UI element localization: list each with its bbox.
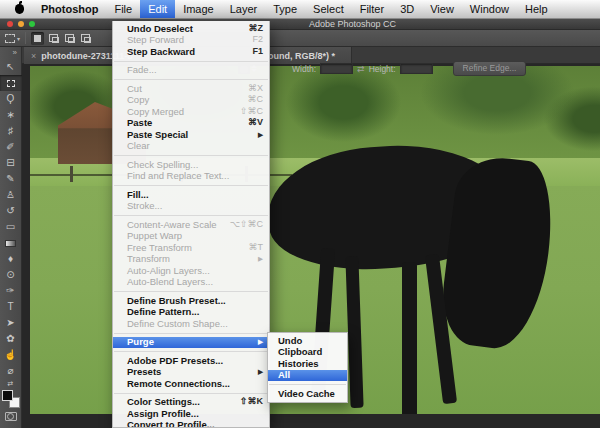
- healing-brush-tool[interactable]: ⊟: [0, 155, 22, 171]
- menu-edit[interactable]: Edit: [140, 0, 175, 18]
- menu-item-stroke[interactable]: Stroke...: [113, 201, 269, 213]
- menu-item-undo-deselect[interactable]: Undo Deselect⌘Z: [113, 23, 269, 35]
- minimize-window-button[interactable]: [18, 21, 24, 27]
- menu-file[interactable]: File: [106, 0, 140, 18]
- chevron-down-icon: ▾: [17, 35, 20, 42]
- marquee-tool[interactable]: [0, 75, 22, 91]
- menu-item-step-backward[interactable]: Step BackwardF1: [113, 46, 269, 58]
- menu-item-purge[interactable]: Purge▶: [113, 337, 269, 349]
- menu-item-auto-align-layers[interactable]: Auto-Align Layers...: [113, 265, 269, 277]
- menu-item-content-aware-scale[interactable]: Content-Aware Scale⌥⇧⌘C: [113, 219, 269, 231]
- eraser-tool[interactable]: ▭: [0, 219, 22, 235]
- width-input[interactable]: [320, 63, 353, 74]
- menu-item-define-pattern[interactable]: Define Pattern...: [113, 307, 269, 319]
- photo-horse-leg: [345, 256, 363, 408]
- link-dimensions-icon[interactable]: ⇄: [357, 64, 365, 74]
- menu-item-transform[interactable]: Transform▶: [113, 254, 269, 266]
- blur-tool[interactable]: ♦: [0, 251, 22, 267]
- new-selection-button[interactable]: [31, 32, 44, 45]
- menu-item-puppet-warp[interactable]: Puppet Warp: [113, 231, 269, 243]
- menu-separator: [114, 351, 268, 352]
- shape-tool[interactable]: ✿: [0, 331, 22, 347]
- color-swatches[interactable]: [2, 390, 20, 408]
- subtract-selection-button[interactable]: [63, 32, 76, 45]
- menu-item-auto-blend-layers[interactable]: Auto-Blend Layers...: [113, 277, 269, 289]
- menu-help[interactable]: Help: [517, 0, 556, 18]
- menu-item-copy-merged[interactable]: Copy Merged⇧⌘C: [113, 106, 269, 118]
- menu-item-find-replace-text[interactable]: Find and Replace Text...: [113, 171, 269, 183]
- subtract-selection-icon: [65, 34, 74, 42]
- menu-type[interactable]: Type: [265, 0, 305, 18]
- menu-item-paste-special[interactable]: Paste Special▶: [113, 129, 269, 141]
- apple-menu-icon[interactable]: [15, 4, 24, 14]
- submenu-item-all[interactable]: All: [268, 370, 347, 382]
- submenu-item-clipboard[interactable]: Clipboard: [268, 347, 347, 359]
- menu-filter[interactable]: Filter: [352, 0, 392, 18]
- history-brush-tool[interactable]: ↺: [0, 203, 22, 219]
- menu-3d[interactable]: 3D: [392, 0, 422, 18]
- menu-image[interactable]: Image: [175, 0, 222, 18]
- menu-item-convert-to-profile[interactable]: Convert to Profile...: [113, 420, 269, 428]
- menu-item-cut[interactable]: Cut⌘X: [113, 83, 269, 95]
- purge-submenu: Undo Clipboard Histories All Video Cache: [267, 332, 348, 403]
- menu-item-fill[interactable]: Fill...: [113, 189, 269, 201]
- move-tool[interactable]: ↖: [0, 59, 22, 75]
- menu-photoshop[interactable]: Photoshop: [33, 0, 106, 18]
- submenu-arrow-icon: ▶: [258, 253, 263, 265]
- menu-item-remote-connections[interactable]: Remote Connections...: [113, 378, 269, 390]
- menu-layer[interactable]: Layer: [222, 0, 266, 18]
- photo-horse-leg: [402, 262, 417, 414]
- menu-separator: [114, 215, 268, 216]
- menu-item-fade[interactable]: Fade...: [113, 65, 269, 77]
- submenu-item-video-cache[interactable]: Video Cache: [268, 388, 347, 400]
- menu-item-paste[interactable]: Paste⌘V: [113, 118, 269, 130]
- refine-edge-button[interactable]: Refine Edge...: [453, 61, 527, 76]
- menu-view[interactable]: View: [422, 0, 462, 18]
- close-window-button[interactable]: [7, 21, 13, 27]
- hand-tool[interactable]: ☝: [0, 347, 22, 363]
- magic-wand-tool[interactable]: ∗: [0, 107, 22, 123]
- menu-window[interactable]: Window: [462, 0, 517, 18]
- menu-item-free-transform[interactable]: Free Transform⌘T: [113, 242, 269, 254]
- height-input[interactable]: [400, 63, 433, 74]
- brush-tool[interactable]: ✎: [0, 171, 22, 187]
- menu-item-assign-profile[interactable]: Assign Profile...: [113, 408, 269, 420]
- submenu-item-histories[interactable]: Histories: [268, 358, 347, 370]
- selection-mode-buttons: [31, 32, 92, 45]
- tools-collapse-chevron[interactable]: »: [13, 47, 17, 59]
- quick-mask-button[interactable]: [5, 412, 17, 421]
- app-title-bar: Adobe Photoshop CC: [0, 19, 600, 30]
- submenu-item-undo[interactable]: Undo: [268, 335, 347, 347]
- menu-item-adobe-pdf-presets[interactable]: Adobe PDF Presets...: [113, 355, 269, 367]
- intersect-selection-button[interactable]: [79, 32, 92, 45]
- dodge-tool[interactable]: ⊙: [0, 267, 22, 283]
- menu-separator: [114, 185, 268, 186]
- menu-item-clear[interactable]: Clear: [113, 141, 269, 153]
- eyedropper-tool[interactable]: ✐: [0, 139, 22, 155]
- add-selection-button[interactable]: [47, 32, 60, 45]
- crop-tool[interactable]: ♯: [0, 123, 22, 139]
- menu-separator: [114, 155, 268, 156]
- menu-select[interactable]: Select: [305, 0, 352, 18]
- swap-colors-icon[interactable]: ⇄: [8, 379, 14, 389]
- foreground-color-swatch[interactable]: [2, 390, 13, 401]
- marquee-preset-icon: [5, 34, 15, 43]
- menu-item-define-custom-shape[interactable]: Define Custom Shape...: [113, 318, 269, 330]
- type-tool[interactable]: T: [0, 299, 22, 315]
- menu-item-define-brush-preset[interactable]: Define Brush Preset...: [113, 295, 269, 307]
- clone-stamp-tool[interactable]: ♙: [0, 187, 22, 203]
- menu-item-check-spelling[interactable]: Check Spelling...: [113, 159, 269, 171]
- menu-separator: [114, 333, 268, 334]
- menu-item-color-settings[interactable]: Color Settings...⇧⌘K: [113, 397, 269, 409]
- tab-close-icon[interactable]: ×: [31, 51, 36, 61]
- menu-item-step-forward[interactable]: Step ForwardF2: [113, 35, 269, 47]
- path-select-tool[interactable]: ➤: [0, 315, 22, 331]
- zoom-tool[interactable]: ⌀: [0, 363, 22, 379]
- pen-tool[interactable]: ✑: [0, 283, 22, 299]
- menu-item-copy[interactable]: Copy⌘C: [113, 95, 269, 107]
- gradient-tool[interactable]: [0, 235, 22, 251]
- marquee-icon: [7, 80, 15, 87]
- tool-preset-picker[interactable]: ▾: [5, 34, 20, 43]
- lasso-tool[interactable]: Ϙ: [0, 91, 22, 107]
- menu-item-presets[interactable]: Presets▶: [113, 367, 269, 379]
